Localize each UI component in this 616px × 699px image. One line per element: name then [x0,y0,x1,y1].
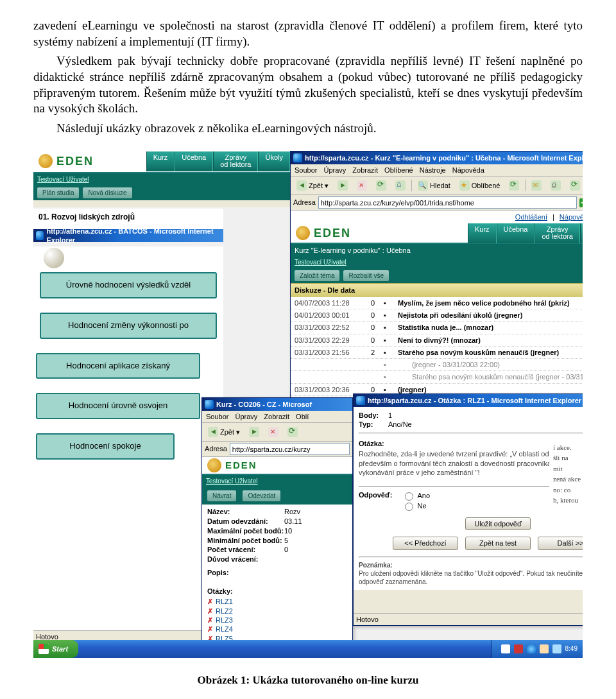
diagram-box-2: Hodnocení změny výkonnosti po [40,313,217,339]
btn-navrat[interactable]: Návrat [207,490,236,501]
eden-window-left: EDEN Kurz Učebna Zprávy od lektora Úkoly… [33,151,290,207]
nav-kurz[interactable]: Kurz [146,151,175,171]
nav-ucebna[interactable]: Učebna [175,151,213,171]
paragraph-3: Následují ukázky obrazovek z několika eL… [33,121,583,137]
eden-discussion-window: http://sparta.zcu.cz - Kurz "E-learning … [290,151,583,409]
figure-1: EDEN Kurz Učebna Zprávy od lektora Úkoly… [33,151,583,658]
tab-plan-studia[interactable]: Plán studia [37,187,79,198]
question-link[interactable]: ✗RLZ3 [207,616,347,625]
paragraph-2: Výsledkem pak bývají technicky dobře pro… [33,53,583,117]
list-item: 03/31/2003 22:520▪Statistika nuda je... … [291,322,583,334]
eden-brand: EDEN [56,154,94,169]
btn-next[interactable]: Další >> [538,537,583,549]
forward-icon[interactable] [249,427,259,437]
windows-flag-icon [38,644,49,654]
sub-label: Kurz "E-learning v podniku" : Učebna [295,246,411,255]
ie-icon [36,231,44,240]
menubar[interactable]: Soubor Úpravy Zobrazit Oblíbené Nástroje… [291,164,583,177]
eden-logo-icon [296,226,310,240]
tab-nova-diskuze[interactable]: Nová diskuze [83,187,132,198]
nav-zpravy[interactable]: Zprávy od lektora [213,151,258,171]
list-item-reply: ▪(jregner - 03/31/2003 22:00) [291,359,583,371]
link-odhlaseni[interactable]: Odhlášení [515,212,547,221]
tray-icon[interactable] [540,644,549,653]
btn-back-to-test[interactable]: Zpět na test [465,537,531,549]
discussion-title: Diskuze - Dle data [291,283,583,297]
list-item: 04/01/2003 00:010▪Nejistota při odesílán… [291,309,583,322]
toolbar[interactable]: Zpět ▾ Hledat Oblíbené [291,177,583,195]
start-button[interactable]: Start [33,640,78,658]
figure-caption: Obrázek 1: Ukázka tutorovaného on-line k… [33,673,583,687]
eden-logo-icon [207,458,221,472]
status-text: Hotovo [356,615,379,624]
print-icon[interactable] [551,180,561,191]
btn-save-answer[interactable]: Uložit odpověď [465,517,531,530]
tray-icon[interactable] [514,644,523,653]
address-input[interactable] [230,443,350,455]
refresh-icon[interactable] [287,427,298,437]
diagram-box-3: Hodnocení aplikace získaný [36,353,200,379]
btn-odevzdat[interactable]: Odevzdat [243,490,280,501]
address-label: Adresa [293,198,316,207]
tab-zalozit-tema[interactable]: Založit téma [295,270,339,281]
stop-icon[interactable] [357,180,367,191]
link-napoveda[interactable]: Nápověda [560,212,583,221]
system-tray[interactable]: 8:49 [492,640,583,658]
radio-ne[interactable] [405,503,413,511]
media-icon[interactable] [509,180,519,191]
btn-prev[interactable]: << Předchozí [393,537,458,549]
menubar[interactable]: Soubor Úpravy Zobrazit Oblí [202,411,352,423]
paragraph-1: zavedení eLearningu ve společnosti na st… [33,18,583,49]
list-item: 03/31/2003 22:290▪Není to divný?! (mnoza… [291,334,583,347]
question-link[interactable]: ✗RLZ2 [207,607,347,616]
diagram-box-5: Hodnocení spokoje [36,433,175,460]
user-link[interactable]: Testovací Uživatel [206,477,258,485]
search-icon[interactable] [418,180,428,191]
mail-icon[interactable] [531,180,542,191]
course-submission-window: Kurz - CO206 - CZ - Microsof Soubor Úpra… [201,397,353,645]
windows-taskbar[interactable]: Start 8:49 [33,640,583,658]
question-link[interactable]: ✗RLZ4 [207,625,347,634]
radio-ano[interactable] [405,492,413,501]
address-input[interactable] [318,196,577,209]
tab-rozbalit-vse[interactable]: Rozbalit vše [343,270,388,281]
ie-icon [205,400,214,409]
nav-ukoly[interactable]: Úkoly [258,151,290,171]
forward-icon[interactable] [338,180,348,191]
clock: 8:49 [565,644,578,653]
user-link[interactable]: Testovací Uživatel [37,175,89,184]
tray-icon[interactable] [501,644,510,653]
window-title: http://sparta.zcu.cz - Kurz "E-learning … [305,153,583,162]
answer-label: Odpověď: [359,490,393,511]
ie-icon [293,153,302,162]
list-item-reply: ▪Starého psa novým kouskům nenaučíš (jre… [291,371,583,383]
window-title: Kurz - CO206 - CZ - Microsof [216,400,312,409]
questions-label: Otázky: [207,587,347,596]
eden-logo-icon [38,154,53,168]
window-title: http://athena.zcu.cz - BATCOS - Microsof… [46,227,222,245]
batcos-window: 01. Rozvoj lidských zdrojů http://athena… [33,209,223,643]
tray-icon[interactable] [552,644,561,653]
diagram-box-4: Hodnocení úrovně osvojen [36,393,200,419]
go-button[interactable]: Přejít [579,198,583,207]
list-item: 03/31/2003 21:562▪Starého psa novým kous… [291,347,583,359]
side-text: í akce. šli na mit zená akce no: co h, k… [549,440,583,508]
edit-icon[interactable] [570,180,580,191]
tray-icon[interactable] [527,644,536,653]
question-window: http://sparta.zcu.cz - Otázka : RLZ1 - M… [353,393,583,626]
back-icon[interactable] [208,427,218,437]
ie-icon [356,396,365,405]
home-icon[interactable] [395,180,406,191]
back-icon[interactable] [296,180,307,191]
question-link[interactable]: ✗RLZ1 [207,597,347,606]
window-title: http://sparta.zcu.cz - Otázka : RLZ1 - M… [368,396,581,405]
pointer-icon [44,248,64,268]
list-item: 04/07/2003 11:280▪Myslím, že jsem něco v… [291,297,583,309]
favorites-icon[interactable] [459,180,470,191]
diagram-box-1: Úrovně hodnocení výsledků vzděl [40,272,217,298]
user-link[interactable]: Testovací Uživatel [295,258,346,266]
stop-icon[interactable] [268,427,278,437]
refresh-icon[interactable] [376,180,386,191]
